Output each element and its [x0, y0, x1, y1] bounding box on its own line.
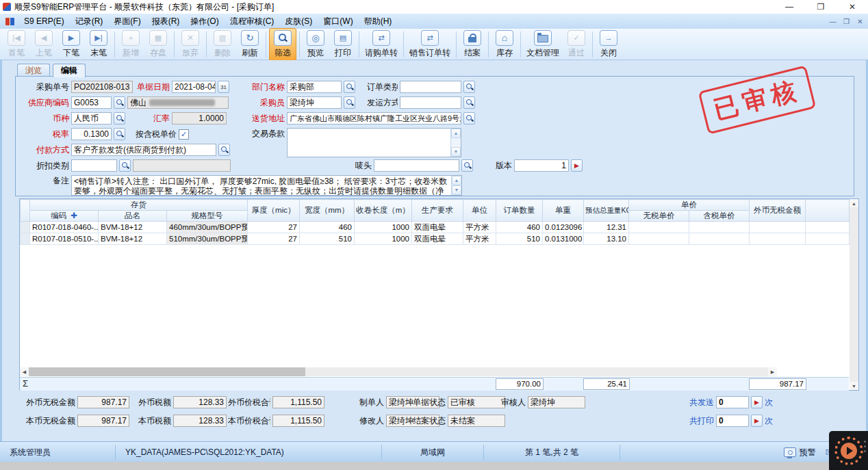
mdi-minimize-icon[interactable]: — — [827, 16, 839, 27]
vertical-scrollbar[interactable]: ▲ ▼ — [850, 199, 858, 390]
print-spinner-icon[interactable]: ▶ — [751, 415, 763, 427]
delivery-address-lookup-icon[interactable] — [463, 112, 475, 125]
col-name: 品名 — [99, 211, 167, 222]
minimize-icon[interactable]: — — [774, 0, 805, 14]
lc-total-label: 本币价税合计 — [228, 415, 270, 427]
print-times-label: 次 — [765, 415, 773, 427]
doc-date-field[interactable]: 2021-08-04 — [172, 81, 216, 93]
close-icon[interactable]: ✕ — [837, 0, 868, 14]
menu-window[interactable]: 窗口(W) — [318, 14, 358, 29]
order-lines-grid: 存货 厚度（mic） 宽度（mm） 收卷长度（m） 生产要求 单位 订单数量 单… — [19, 198, 859, 391]
col-roll-length: 收卷长度（m） — [355, 200, 412, 222]
scroll-down-icon[interactable]: ▼ — [452, 185, 461, 195]
scroll-down-icon[interactable]: ▼ — [850, 382, 858, 390]
ship-method-lookup-icon[interactable] — [463, 96, 475, 109]
order-category-lookup-icon[interactable] — [463, 81, 475, 93]
supplier-code-lookup-icon[interactable] — [114, 96, 125, 109]
pin-icon[interactable]: ✚ — [71, 211, 77, 220]
scroll-right-icon[interactable]: ▶ — [768, 367, 777, 376]
buyer-lookup-icon[interactable] — [344, 96, 355, 109]
menu-report[interactable]: 报表(R) — [146, 14, 186, 29]
redacted-supplier-name — [149, 99, 215, 106]
supplier-code-field[interactable]: G0053 — [71, 96, 112, 109]
trade-terms-scrollbar[interactable]: ▲▼ — [450, 129, 461, 157]
sales-order-transfer-icon: ⇄ — [421, 30, 439, 46]
menu-interface[interactable]: 界面(F) — [108, 14, 146, 29]
tab-browse[interactable]: 浏览 — [17, 64, 50, 77]
currency-field[interactable]: 人民币 — [71, 112, 112, 125]
print-count-label: 共打印 — [687, 415, 714, 427]
menu-s9erp[interactable]: S9 ERP(E) — [18, 14, 70, 29]
document-management-button[interactable]: 文档管理 — [524, 29, 562, 60]
scroll-up-icon[interactable]: ▲ — [452, 176, 461, 185]
version-label: 版本 — [481, 160, 512, 172]
supplier-code-label: 供应商编码 — [17, 97, 69, 109]
status-database: YK_DATA(JAMES-PC\SQL2012:YK_DATA) — [116, 445, 382, 460]
recorder-menu-dots-icon[interactable] — [864, 441, 866, 452]
tax-included-checkbox[interactable]: ✓ — [179, 129, 189, 140]
tax-rate-lookup-icon[interactable] — [114, 128, 125, 140]
scroll-left-icon[interactable]: ◀ — [20, 367, 29, 376]
alert-label: 预警 — [799, 447, 815, 458]
payment-method-lookup-icon[interactable] — [218, 144, 230, 156]
version-spinner-icon[interactable]: ▶ — [571, 159, 583, 172]
tax-rate-field[interactable]: 0.1300 — [71, 128, 112, 140]
menu-workflow[interactable]: 流程审核(C) — [225, 14, 280, 29]
delivery-address-field[interactable]: 广东省佛山市顺德区陈村镇广隆工业区兴业八路9号之一 — [287, 112, 461, 125]
document-area: 浏览 编辑 采购单号 PO202108-013 单据日期 2021-08-04 … — [0, 60, 868, 441]
discount-category-field[interactable] — [71, 159, 117, 172]
exchange-rate-label: 汇率 — [116, 113, 170, 125]
requisition-transfer-button[interactable]: ⇄ 请购单转 — [362, 29, 400, 60]
status-user: 系统管理员 — [0, 445, 116, 460]
filter-button[interactable]: 筛选 — [269, 28, 296, 61]
refresh-button[interactable]: ↻ 刷新 — [237, 29, 263, 60]
save-button: ▦ 存盘 — [145, 29, 171, 60]
shipping-mark-field[interactable] — [374, 159, 459, 172]
sent-count-field[interactable]: 0 — [716, 396, 749, 408]
department-lookup-icon[interactable] — [344, 81, 355, 93]
close-case-button[interactable]: 结案 — [459, 29, 485, 60]
calendar-icon[interactable]: 31 — [218, 81, 229, 93]
remark-scrollbar[interactable]: ▲▼ — [451, 176, 461, 195]
menu-bar: S9 ERP(E) 记录(R) 界面(F) 报表(R) 操作(O) 流程审核(C… — [0, 14, 868, 29]
exit-button[interactable]: → 关闭 — [596, 29, 622, 60]
preview-button[interactable]: ◎ 预览 — [303, 29, 329, 60]
remark-field[interactable]: <销售订单>转入注意： 出口国外订单， 厚度要够27mic, 胶面电晕值≥38；… — [71, 175, 462, 196]
next-record-button[interactable]: ▶ 下笔 — [58, 29, 84, 60]
sent-spinner-icon[interactable]: ▶ — [751, 396, 763, 408]
ship-method-field[interactable] — [400, 96, 461, 109]
recorder-overlay[interactable] — [829, 431, 868, 470]
print-button[interactable]: ▤ 打印 — [330, 29, 356, 60]
maximize-icon[interactable]: ❐ — [805, 0, 837, 14]
buyer-field[interactable]: 梁绮坤 — [287, 96, 342, 109]
payment-method-field[interactable]: 客户齐款发货(供应商货到付款) — [71, 144, 216, 156]
purchase-no-label: 采购单号 — [17, 81, 69, 93]
prev-record-icon: ◀ — [35, 30, 53, 46]
version-field[interactable]: 1 — [514, 159, 569, 172]
discount-category-lookup-icon[interactable] — [119, 159, 131, 172]
order-category-field[interactable] — [400, 81, 461, 93]
department-field[interactable]: 采购部 — [287, 81, 342, 93]
horizontal-scrollbar[interactable]: ◀ ▶ — [20, 367, 777, 376]
menu-skin[interactable]: 皮肤(S) — [279, 14, 318, 29]
last-record-button[interactable]: ▶| 末笔 — [86, 29, 112, 60]
scrollbar-thumb[interactable] — [29, 367, 305, 376]
scroll-up-icon[interactable]: ▲ — [850, 199, 858, 207]
inventory-button[interactable]: ⌂ 库存 — [492, 29, 518, 60]
scroll-down-icon[interactable]: ▼ — [451, 147, 461, 157]
mdi-close-icon[interactable]: ✕ — [854, 16, 866, 27]
alert-button[interactable]: 预警 — [784, 447, 815, 458]
trade-terms-field[interactable]: ▲▼ — [287, 128, 461, 157]
menu-record[interactable]: 记录(R) — [70, 14, 109, 29]
discard-button: ✕ 放弃 — [177, 29, 203, 60]
mdi-restore-icon[interactable]: ❐ — [841, 16, 852, 27]
scroll-up-icon[interactable]: ▲ — [451, 129, 461, 138]
col-fc-amount: 外币无税金额 — [750, 200, 806, 222]
print-count-field[interactable]: 0 — [716, 415, 749, 427]
menu-help[interactable]: 帮助(H) — [359, 14, 398, 29]
shipping-mark-lookup-icon[interactable] — [461, 159, 473, 172]
sum-fc-amount: 987.17 — [749, 378, 806, 390]
tab-edit[interactable]: 编辑 — [53, 64, 86, 77]
menu-operation[interactable]: 操作(O) — [185, 14, 224, 29]
sales-order-transfer-button[interactable]: ⇄ 销售订单转 — [407, 29, 453, 60]
